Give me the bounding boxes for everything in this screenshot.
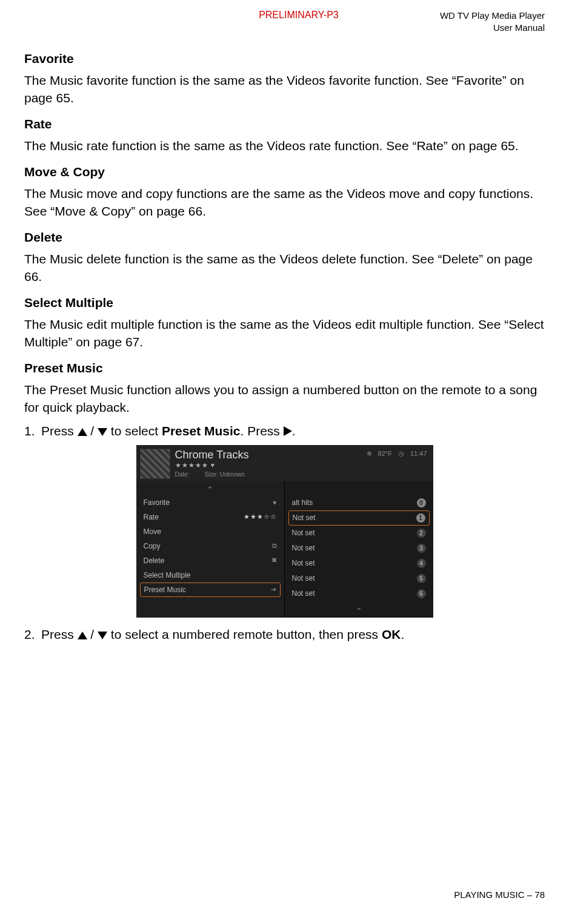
preset-0-label: alt hits: [292, 498, 313, 507]
shot-time: 11:47: [410, 450, 427, 457]
copy-icon: ⧉: [272, 542, 277, 550]
heart-icon: ♥: [273, 499, 277, 506]
shot-title: Chrome Tracks: [175, 449, 249, 461]
down-arrow-icon: [98, 428, 107, 436]
step-2-text-a: Press: [41, 627, 78, 641]
heading-selectmultiple: Select Multiple: [24, 295, 545, 310]
steps-list-2: 2. Press / to select a numbered remote b…: [24, 626, 545, 644]
menu-favorite-label: Favorite: [144, 498, 170, 507]
para-rate: The Music rate function is the same as t…: [24, 137, 545, 155]
step-1-number: 1.: [24, 423, 35, 440]
up-arrow-icon: [78, 632, 87, 639]
shot-temp: 82°F: [378, 450, 392, 457]
page-header: PRELIMINARY-P3 WD TV Play Media Player U…: [24, 10, 545, 33]
shot-meta-date: Date:: [175, 471, 190, 478]
para-favorite: The Music favorite function is the same …: [24, 72, 545, 107]
page-footer: PLAYING MUSIC – 78: [454, 889, 545, 900]
doc-type: User Manual: [440, 22, 545, 34]
slash: /: [87, 627, 98, 641]
preset-2-label: Not set: [292, 529, 315, 537]
preset-1[interactable]: Not set1: [288, 510, 430, 526]
preset-6-label: Not set: [292, 589, 315, 598]
preset-6[interactable]: Not set6: [285, 586, 433, 601]
num-6-icon: 6: [417, 589, 426, 598]
product-name: WD TV Play Media Player: [440, 10, 545, 22]
shot-meta-size: Size: Unknown: [204, 471, 245, 478]
step-2: 2. Press / to select a numbered remote b…: [24, 626, 545, 644]
menu-presetmusic[interactable]: Preset Music➔: [140, 582, 281, 597]
shot-rating-icon: ★★★★★ ♥: [175, 461, 249, 469]
preset-5[interactable]: Not set5: [285, 571, 433, 586]
down-arrow-icon: [98, 632, 107, 639]
play-icon: [284, 426, 292, 436]
heading-presetmusic: Preset Music: [24, 361, 545, 375]
step-1-text-a: Press: [41, 424, 78, 438]
step-2-text-c: .: [401, 627, 404, 641]
step-2-number: 2.: [24, 626, 35, 644]
content: Favorite The Music favorite function is …: [24, 51, 545, 644]
preset-2[interactable]: Not set2: [285, 526, 433, 541]
step-1-text-b: to select: [107, 424, 162, 438]
spacer: [285, 484, 433, 495]
heading-delete: Delete: [24, 230, 545, 245]
menu-rate[interactable]: Rate★★★☆☆: [136, 510, 284, 524]
product-header: WD TV Play Media Player User Manual: [440, 10, 545, 33]
menu-move[interactable]: Move: [136, 524, 284, 539]
clock-icon: ◷: [398, 450, 404, 458]
preset-3-label: Not set: [292, 544, 315, 552]
num-1-icon: 1: [416, 513, 425, 523]
preset-4-label: Not set: [292, 559, 315, 567]
shot-columns: ⌃ Favorite♥ Rate★★★☆☆ Move Copy⧉ Delete✖…: [136, 481, 433, 618]
menu-selectmultiple-label: Select Multiple: [144, 571, 191, 579]
preset-4[interactable]: Not set4: [285, 556, 433, 571]
menu-copy[interactable]: Copy⧉: [136, 539, 284, 553]
menu-rate-label: Rate: [144, 513, 159, 521]
stars-icon: ★★★☆☆: [244, 513, 277, 521]
footer-sep: –: [525, 889, 535, 900]
preset-1-label: Not set: [293, 513, 316, 522]
preset-5-label: Not set: [292, 574, 315, 582]
weather-icon: ❄: [367, 450, 372, 458]
delete-icon: ✖: [271, 556, 277, 564]
step-2-text-b: to select a numbered remote button, then…: [107, 627, 382, 641]
para-presetmusic: The Preset Music function allows you to …: [24, 381, 545, 417]
heading-rate: Rate: [24, 117, 545, 131]
album-art-icon: [140, 449, 170, 479]
num-4-icon: 4: [417, 559, 426, 568]
slash: /: [87, 424, 98, 438]
menu-favorite[interactable]: Favorite♥: [136, 495, 284, 510]
chevron-down-icon: ⌄: [285, 601, 433, 613]
num-3-icon: 3: [417, 544, 426, 553]
menu-move-label: Move: [144, 527, 161, 536]
footer-section: PLAYING MUSIC: [454, 889, 524, 900]
shot-header-text: Chrome Tracks ★★★★★ ♥ Date: Size: Unknow…: [175, 449, 249, 478]
heading-favorite: Favorite: [24, 51, 545, 66]
para-selectmultiple: The Music edit multiple function is the …: [24, 316, 545, 351]
chevron-up-icon: ⌃: [136, 484, 284, 495]
num-0-icon: 0: [417, 498, 426, 507]
menu-delete-label: Delete: [144, 556, 165, 565]
shot-left-col: ⌃ Favorite♥ Rate★★★☆☆ Move Copy⧉ Delete✖…: [136, 481, 285, 618]
shot-header: Chrome Tracks ★★★★★ ♥ Date: Size: Unknow…: [136, 445, 433, 481]
up-arrow-icon: [78, 428, 87, 436]
steps-list: 1. Press / to select Preset Music. Press…: [24, 423, 545, 440]
menu-copy-label: Copy: [144, 542, 161, 550]
step-1: 1. Press / to select Preset Music. Press…: [24, 423, 545, 440]
footer-page: 78: [534, 889, 545, 900]
page: PRELIMINARY-P3 WD TV Play Media Player U…: [0, 0, 569, 924]
step-1-preset: Preset Music: [162, 424, 241, 438]
shot-right-col: alt hits0 Not set1 Not set2 Not set3 Not…: [285, 481, 433, 618]
arrow-right-icon: ➔: [271, 586, 276, 593]
step-2-ok: OK: [382, 627, 401, 641]
step-1-text-c: . Press: [240, 424, 283, 438]
step-1-text-d: .: [292, 424, 296, 438]
preliminary-stamp: PRELIMINARY-P3: [158, 10, 440, 21]
heading-movecopy: Move & Copy: [24, 165, 545, 179]
num-5-icon: 5: [417, 574, 426, 583]
preset-3[interactable]: Not set3: [285, 541, 433, 556]
menu-delete[interactable]: Delete✖: [136, 553, 284, 568]
preset-0[interactable]: alt hits0: [285, 495, 433, 510]
menu-selectmultiple[interactable]: Select Multiple: [136, 568, 284, 582]
menu-presetmusic-label: Preset Music: [144, 586, 186, 594]
para-movecopy: The Music move and copy functions are th…: [24, 185, 545, 220]
